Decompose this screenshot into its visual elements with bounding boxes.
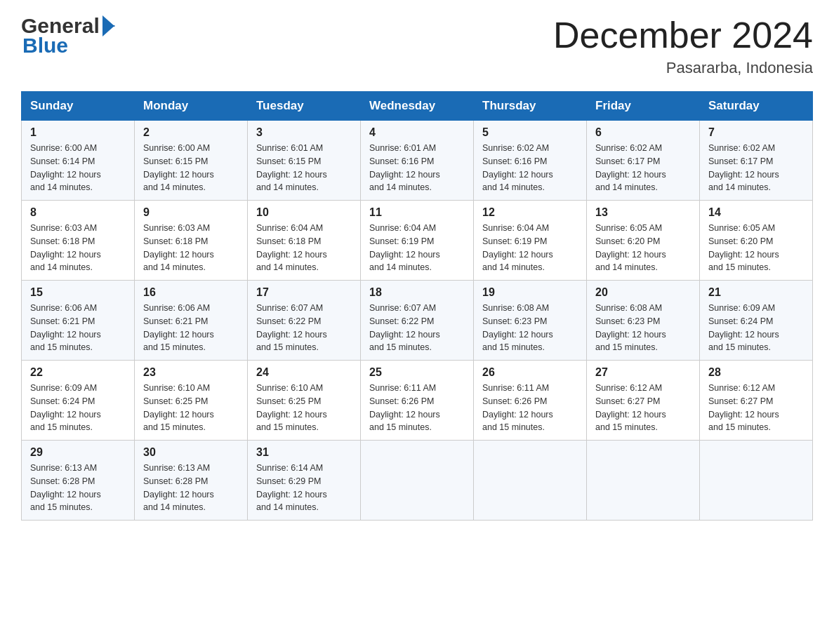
day-number: 14 [708, 206, 804, 219]
day-info: Sunrise: 6:02 AMSunset: 6:17 PMDaylight:… [708, 142, 804, 194]
day-info: Sunrise: 6:03 AMSunset: 6:18 PMDaylight:… [143, 222, 239, 274]
day-number: 9 [143, 206, 239, 219]
day-info: Sunrise: 6:01 AMSunset: 6:16 PMDaylight:… [369, 142, 465, 194]
month-title: December 2024 [553, 14, 813, 56]
calendar-cell: 13Sunrise: 6:05 AMSunset: 6:20 PMDayligh… [587, 201, 700, 281]
calendar-cell: 27Sunrise: 6:12 AMSunset: 6:27 PMDayligh… [587, 361, 700, 441]
calendar-cell: 17Sunrise: 6:07 AMSunset: 6:22 PMDayligh… [248, 281, 361, 361]
day-info: Sunrise: 6:11 AMSunset: 6:26 PMDaylight:… [369, 382, 465, 434]
calendar-cell [700, 441, 813, 521]
day-number: 30 [143, 446, 239, 459]
day-number: 8 [30, 206, 126, 219]
day-number: 23 [143, 366, 239, 379]
day-info: Sunrise: 6:05 AMSunset: 6:20 PMDaylight:… [708, 222, 804, 274]
calendar-cell: 15Sunrise: 6:06 AMSunset: 6:21 PMDayligh… [22, 281, 135, 361]
day-number: 29 [30, 446, 126, 459]
day-number: 16 [143, 286, 239, 299]
day-header-sunday: Sunday [22, 92, 135, 121]
calendar-week-row: 22Sunrise: 6:09 AMSunset: 6:24 PMDayligh… [22, 361, 813, 441]
day-number: 7 [708, 126, 804, 139]
day-info: Sunrise: 6:03 AMSunset: 6:18 PMDaylight:… [30, 222, 126, 274]
calendar-cell: 30Sunrise: 6:13 AMSunset: 6:28 PMDayligh… [135, 441, 248, 521]
day-number: 3 [256, 126, 352, 139]
day-header-friday: Friday [587, 92, 700, 121]
day-info: Sunrise: 6:12 AMSunset: 6:27 PMDaylight:… [708, 382, 804, 434]
calendar-header-row: SundayMondayTuesdayWednesdayThursdayFrid… [22, 92, 813, 121]
calendar-cell: 1Sunrise: 6:00 AMSunset: 6:14 PMDaylight… [22, 121, 135, 201]
day-info: Sunrise: 6:10 AMSunset: 6:25 PMDaylight:… [256, 382, 352, 434]
day-info: Sunrise: 6:13 AMSunset: 6:28 PMDaylight:… [143, 462, 239, 514]
day-number: 11 [369, 206, 465, 219]
day-info: Sunrise: 6:04 AMSunset: 6:19 PMDaylight:… [369, 222, 465, 274]
day-number: 1 [30, 126, 126, 139]
location-title: Pasararba, Indonesia [553, 59, 813, 77]
day-info: Sunrise: 6:08 AMSunset: 6:23 PMDaylight:… [482, 302, 578, 354]
calendar-cell [361, 441, 474, 521]
day-info: Sunrise: 6:09 AMSunset: 6:24 PMDaylight:… [30, 382, 126, 434]
day-info: Sunrise: 6:07 AMSunset: 6:22 PMDaylight:… [256, 302, 352, 354]
calendar-cell: 31Sunrise: 6:14 AMSunset: 6:29 PMDayligh… [248, 441, 361, 521]
day-number: 31 [256, 446, 352, 459]
day-number: 4 [369, 126, 465, 139]
logo-blue-text: Blue [22, 34, 115, 58]
calendar-cell: 14Sunrise: 6:05 AMSunset: 6:20 PMDayligh… [700, 201, 813, 281]
day-number: 10 [256, 206, 352, 219]
calendar-cell: 29Sunrise: 6:13 AMSunset: 6:28 PMDayligh… [22, 441, 135, 521]
calendar-week-row: 1Sunrise: 6:00 AMSunset: 6:14 PMDaylight… [22, 121, 813, 201]
day-number: 18 [369, 286, 465, 299]
calendar-cell: 21Sunrise: 6:09 AMSunset: 6:24 PMDayligh… [700, 281, 813, 361]
day-info: Sunrise: 6:14 AMSunset: 6:29 PMDaylight:… [256, 462, 352, 514]
title-block: December 2024 Pasararba, Indonesia [553, 14, 813, 77]
calendar-cell: 24Sunrise: 6:10 AMSunset: 6:25 PMDayligh… [248, 361, 361, 441]
day-info: Sunrise: 6:02 AMSunset: 6:16 PMDaylight:… [482, 142, 578, 194]
calendar-cell [587, 441, 700, 521]
day-header-thursday: Thursday [474, 92, 587, 121]
calendar-cell: 22Sunrise: 6:09 AMSunset: 6:24 PMDayligh… [22, 361, 135, 441]
day-number: 15 [30, 286, 126, 299]
calendar-cell: 20Sunrise: 6:08 AMSunset: 6:23 PMDayligh… [587, 281, 700, 361]
day-number: 22 [30, 366, 126, 379]
day-info: Sunrise: 6:04 AMSunset: 6:19 PMDaylight:… [482, 222, 578, 274]
calendar-cell: 9Sunrise: 6:03 AMSunset: 6:18 PMDaylight… [135, 201, 248, 281]
day-number: 19 [482, 286, 578, 299]
calendar-week-row: 8Sunrise: 6:03 AMSunset: 6:18 PMDaylight… [22, 201, 813, 281]
day-info: Sunrise: 6:01 AMSunset: 6:15 PMDaylight:… [256, 142, 352, 194]
day-number: 26 [482, 366, 578, 379]
day-number: 21 [708, 286, 804, 299]
calendar-cell: 5Sunrise: 6:02 AMSunset: 6:16 PMDaylight… [474, 121, 587, 201]
day-number: 17 [256, 286, 352, 299]
calendar-table: SundayMondayTuesdayWednesdayThursdayFrid… [21, 91, 813, 521]
day-info: Sunrise: 6:00 AMSunset: 6:15 PMDaylight:… [143, 142, 239, 194]
calendar-cell: 23Sunrise: 6:10 AMSunset: 6:25 PMDayligh… [135, 361, 248, 441]
day-info: Sunrise: 6:10 AMSunset: 6:25 PMDaylight:… [143, 382, 239, 434]
day-number: 2 [143, 126, 239, 139]
day-info: Sunrise: 6:05 AMSunset: 6:20 PMDaylight:… [595, 222, 691, 274]
calendar-cell: 6Sunrise: 6:02 AMSunset: 6:17 PMDaylight… [587, 121, 700, 201]
day-number: 24 [256, 366, 352, 379]
calendar-cell: 8Sunrise: 6:03 AMSunset: 6:18 PMDaylight… [22, 201, 135, 281]
calendar-week-row: 15Sunrise: 6:06 AMSunset: 6:21 PMDayligh… [22, 281, 813, 361]
day-number: 20 [595, 286, 691, 299]
calendar-cell: 11Sunrise: 6:04 AMSunset: 6:19 PMDayligh… [361, 201, 474, 281]
calendar-cell: 19Sunrise: 6:08 AMSunset: 6:23 PMDayligh… [474, 281, 587, 361]
day-number: 25 [369, 366, 465, 379]
calendar-cell: 18Sunrise: 6:07 AMSunset: 6:22 PMDayligh… [361, 281, 474, 361]
day-number: 12 [482, 206, 578, 219]
calendar-cell: 26Sunrise: 6:11 AMSunset: 6:26 PMDayligh… [474, 361, 587, 441]
calendar-week-row: 29Sunrise: 6:13 AMSunset: 6:28 PMDayligh… [22, 441, 813, 521]
day-info: Sunrise: 6:06 AMSunset: 6:21 PMDaylight:… [143, 302, 239, 354]
day-header-tuesday: Tuesday [248, 92, 361, 121]
day-number: 28 [708, 366, 804, 379]
day-number: 6 [595, 126, 691, 139]
day-info: Sunrise: 6:07 AMSunset: 6:22 PMDaylight:… [369, 302, 465, 354]
day-info: Sunrise: 6:04 AMSunset: 6:18 PMDaylight:… [256, 222, 352, 274]
day-info: Sunrise: 6:11 AMSunset: 6:26 PMDaylight:… [482, 382, 578, 434]
day-header-saturday: Saturday [700, 92, 813, 121]
calendar-cell: 10Sunrise: 6:04 AMSunset: 6:18 PMDayligh… [248, 201, 361, 281]
logo: General Blue [21, 14, 115, 58]
calendar-cell [474, 441, 587, 521]
day-info: Sunrise: 6:08 AMSunset: 6:23 PMDaylight:… [595, 302, 691, 354]
day-header-wednesday: Wednesday [361, 92, 474, 121]
day-info: Sunrise: 6:12 AMSunset: 6:27 PMDaylight:… [595, 382, 691, 434]
calendar-cell: 2Sunrise: 6:00 AMSunset: 6:15 PMDaylight… [135, 121, 248, 201]
